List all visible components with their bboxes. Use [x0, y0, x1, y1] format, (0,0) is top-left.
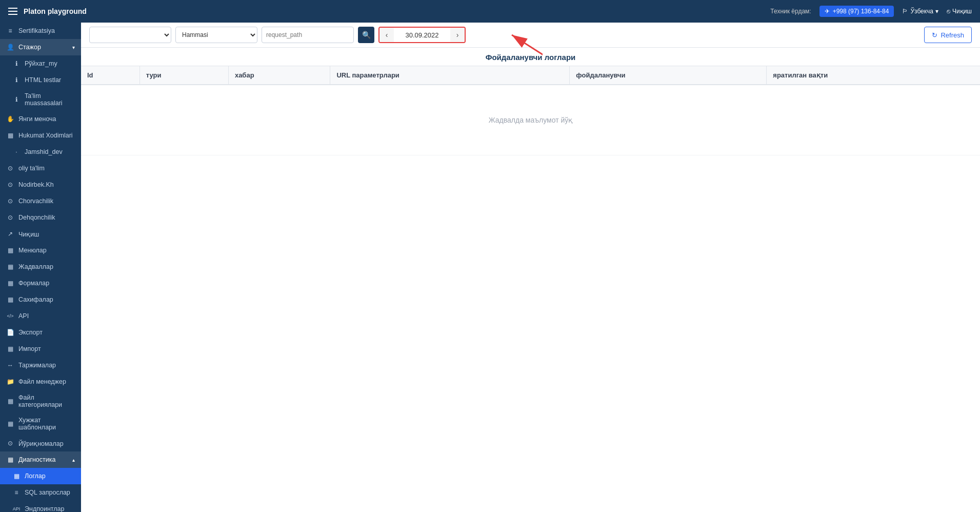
telegram-icon: ✈: [825, 8, 830, 15]
sidebar-item-label: Эндпоинтлар: [25, 505, 75, 512]
main-layout: ≡ Sertifikatsiya 👤 Стажор ▾ ℹ Рўйхат_my …: [0, 23, 980, 512]
sidebar-item-formalar[interactable]: ▦ Формалар: [0, 275, 81, 291]
flag-icon: 🏳: [902, 8, 908, 15]
table-header-row: Id тури хабар URL параметрлари фойдалану…: [81, 66, 980, 85]
search-button[interactable]: 🔍: [358, 27, 374, 43]
sidebar-item-hukumat-xodimlari[interactable]: ▦ Hukumat Xodimlari: [0, 127, 81, 144]
sidebar-item-label: Рўйхат_my: [25, 60, 75, 67]
form-icon: ▦: [6, 279, 14, 287]
sidebar-item-label: API: [18, 312, 75, 320]
chevron-icon: ▴: [72, 457, 75, 463]
sidebar-item-sertifikatsiya[interactable]: ≡ Sertifikatsiya: [0, 23, 81, 39]
sidebar-item-tarjimalar[interactable]: ↔ Таржималар: [0, 357, 81, 373]
sidebar-item-dehqonchilik[interactable]: ⊙ Dehqonchilik: [0, 209, 81, 226]
sidebar-item-yuriknomalar[interactable]: ⊙ Йўриқномалар: [0, 435, 81, 451]
info-icon: ℹ: [12, 60, 21, 68]
sidebar-item-label: Ta'lim muassasalari: [25, 92, 75, 107]
col-habar: хабар: [228, 66, 330, 85]
user-icon: 👤: [6, 43, 14, 51]
table-container: Id тури хабар URL параметрлари фойдалану…: [81, 66, 980, 512]
sidebar-item-label: oliy ta'lim: [18, 165, 75, 172]
page-title: Фойдаланувчи логлари: [81, 48, 980, 66]
sidebar-item-label: Файл менеджер: [18, 378, 75, 385]
phone-button[interactable]: ✈ +998 (97) 136-84-84: [819, 6, 894, 17]
refresh-icon: ↻: [932, 31, 937, 39]
sidebar-item-label: HTML testlar: [25, 76, 75, 84]
sidebar-item-api[interactable]: </> API: [0, 308, 81, 324]
sidebar-item-talim-muassasalari[interactable]: ℹ Ta'lim muassasalari: [0, 88, 81, 111]
sidebar-item-label: Сахифалар: [18, 296, 75, 303]
toolbar: Hammasi 🔍 ‹ 30.09.2022 › ↻ Refresh: [81, 23, 980, 48]
sidebar-item-import[interactable]: ▦ Импорт: [0, 341, 81, 357]
sidebar-item-label: Таржималар: [18, 362, 75, 369]
sidebar-item-fayl-kategoriyalari[interactable]: ▦ Файл категориялари: [0, 390, 81, 412]
sidebar-item-html-testlar[interactable]: ℹ HTML testlar: [0, 72, 81, 88]
filter-select-1[interactable]: [89, 27, 171, 43]
sidebar-item-label: Импорт: [18, 345, 75, 352]
sidebar-item-loglar[interactable]: ▦ Логлар: [0, 468, 81, 484]
log-icon: ▦: [12, 472, 21, 480]
diag-icon: ▦: [6, 456, 14, 464]
endpoint-icon: API: [12, 505, 21, 512]
sidebar-item-endpointlar[interactable]: API Эндпоинтлар: [0, 501, 81, 512]
sidebar-item-yangi-menocha[interactable]: ✋ Янги меноча: [0, 111, 81, 127]
sidebar-item-diagnostika[interactable]: ▦ Диагностика ▴: [0, 451, 81, 468]
sidebar-item-ruyxat-my[interactable]: ℹ Рўйхат_my: [0, 55, 81, 72]
table-empty-row: Жадвалда маълумот йўқ: [81, 85, 980, 155]
logs-table: Id тури хабар URL параметрлари фойдалану…: [81, 66, 980, 155]
import-icon: ▦: [6, 345, 14, 353]
sidebar-item-chiqish[interactable]: ↗ Чиқиш: [0, 226, 81, 242]
sidebar-item-label: Диагностика: [18, 456, 68, 463]
sidebar-item-label: Жадваллар: [18, 263, 75, 270]
col-foydalanuvchi: фойдаланувчи: [570, 66, 767, 85]
filter-select-2[interactable]: Hammasi: [175, 27, 257, 43]
date-display: 30.09.2022: [394, 28, 450, 42]
refresh-button[interactable]: ↻ Refresh: [924, 27, 972, 43]
search-icon: 🔍: [362, 31, 371, 39]
sidebar-item-label: Файл категориялари: [18, 394, 75, 408]
hand-icon: ✋: [6, 115, 14, 123]
sidebar-item-nodirbek-kh[interactable]: ⊙ Nodirbek.Kh: [0, 176, 81, 193]
col-yaratilgan: яратилган вақти: [767, 66, 980, 85]
sidebar-item-label: Hukumat Xodimlari: [18, 132, 75, 139]
sidebar-item-label: Стажор: [18, 44, 68, 51]
header-right: Техник ёрдам: ✈ +998 (97) 136-84-84 🏳 Ўз…: [770, 6, 972, 17]
sidebar-item-oliy-talim[interactable]: ⊙ oliy ta'lim: [0, 160, 81, 176]
sidebar: ≡ Sertifikatsiya 👤 Стажор ▾ ℹ Рўйхат_my …: [0, 23, 81, 512]
language-label: Ўзбекча: [910, 8, 933, 15]
page-icon: ▦: [6, 296, 14, 304]
sidebar-item-label: Янги меноча: [18, 115, 75, 123]
info-icon: ℹ: [12, 95, 21, 104]
date-navigator: ‹ 30.09.2022 ›: [378, 27, 466, 43]
empty-state-message: Жадвалда маълумот йўқ: [81, 85, 980, 155]
exit-icon: ⎋: [947, 8, 950, 15]
sidebar-item-jamshid-dev[interactable]: · Jamshid_dev: [0, 144, 81, 160]
circle-icon: ⊙: [6, 181, 14, 189]
search-input[interactable]: [262, 27, 354, 43]
language-button[interactable]: 🏳 Ўзбекча ▾: [902, 8, 938, 15]
sidebar-item-hujjat-shablonlari[interactable]: ▦ Хужжат шаблонлари: [0, 412, 81, 435]
sidebar-item-label: Йўриқномалар: [18, 440, 75, 447]
sidebar-item-sql-zaproslar[interactable]: ≡ SQL запрослар: [0, 484, 81, 501]
date-next-button[interactable]: ›: [450, 28, 465, 42]
grid-icon: ▦: [6, 131, 14, 140]
sidebar-item-label: Менюлар: [18, 247, 75, 254]
sidebar-item-jadvallar[interactable]: ▦ Жадваллар: [0, 259, 81, 275]
top-header: Platon playground Техник ёрдам: ✈ +998 (…: [0, 0, 980, 23]
sidebar-item-sahifalar[interactable]: ▦ Сахифалар: [0, 291, 81, 308]
sidebar-item-eksport[interactable]: 📄 Экспорт: [0, 324, 81, 341]
sidebar-item-label: Формалар: [18, 280, 75, 287]
sidebar-item-label: Sertifikatsiya: [18, 27, 75, 34]
exit-label: Чиқиш: [952, 8, 972, 15]
sidebar-item-menular[interactable]: ▦ Менюлар: [0, 242, 81, 259]
hamburger-button[interactable]: [8, 8, 17, 15]
sidebar-item-label: Экспорт: [18, 329, 75, 336]
exit-button[interactable]: ⎋ Чиқиш: [947, 8, 972, 15]
sidebar-item-stazhor[interactable]: 👤 Стажор ▾: [0, 39, 81, 55]
exit-icon: ↗: [6, 230, 14, 238]
date-prev-button[interactable]: ‹: [379, 28, 394, 42]
phone-number: +998 (97) 136-84-84: [833, 8, 889, 15]
col-turi: тури: [139, 66, 228, 85]
sidebar-item-fayl-menejer[interactable]: 📁 Файл менеджер: [0, 373, 81, 390]
sidebar-item-chorvachilik[interactable]: ⊙ Chorvachilik: [0, 193, 81, 209]
